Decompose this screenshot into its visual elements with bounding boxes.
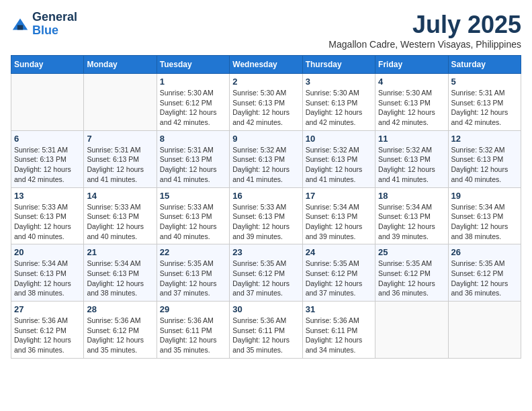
day-number: 25	[378, 247, 445, 257]
logo-text: General Blue	[32, 11, 77, 38]
calendar-cell: 8Sunrise: 5:31 AM Sunset: 6:13 PM Daylig…	[157, 130, 229, 187]
day-number: 14	[87, 191, 153, 201]
day-number: 9	[232, 134, 299, 144]
day-number: 16	[232, 191, 299, 201]
day-info: Sunrise: 5:36 AM Sunset: 6:11 PM Dayligh…	[232, 316, 299, 355]
day-number: 30	[232, 304, 299, 314]
day-info: Sunrise: 5:32 AM Sunset: 6:13 PM Dayligh…	[378, 145, 445, 185]
day-number: 28	[87, 304, 153, 314]
day-number: 19	[451, 191, 518, 201]
day-number: 11	[378, 134, 445, 144]
calendar-cell: 27Sunrise: 5:36 AM Sunset: 6:12 PM Dayli…	[11, 302, 84, 359]
calendar-cell: 31Sunrise: 5:36 AM Sunset: 6:11 PM Dayli…	[302, 302, 375, 359]
calendar-cell: 23Sunrise: 5:35 AM Sunset: 6:12 PM Dayli…	[230, 244, 302, 302]
calendar-cell: 2Sunrise: 5:30 AM Sunset: 6:13 PM Daylig…	[230, 74, 302, 131]
calendar-cell: 6Sunrise: 5:31 AM Sunset: 6:13 PM Daylig…	[11, 130, 84, 187]
calendar-cell: 13Sunrise: 5:33 AM Sunset: 6:13 PM Dayli…	[11, 187, 84, 244]
calendar-cell: 14Sunrise: 5:33 AM Sunset: 6:13 PM Dayli…	[84, 187, 157, 244]
day-info: Sunrise: 5:34 AM Sunset: 6:13 PM Dayligh…	[14, 259, 81, 298]
day-number: 22	[160, 247, 226, 257]
day-info: Sunrise: 5:33 AM Sunset: 6:13 PM Dayligh…	[87, 202, 153, 242]
day-info: Sunrise: 5:34 AM Sunset: 6:13 PM Dayligh…	[378, 202, 445, 242]
calendar-week-2: 6Sunrise: 5:31 AM Sunset: 6:13 PM Daylig…	[11, 130, 521, 187]
day-number: 21	[87, 247, 153, 257]
weekday-header-saturday: Saturday	[448, 56, 521, 74]
day-number: 7	[87, 134, 153, 144]
calendar-cell: 21Sunrise: 5:34 AM Sunset: 6:13 PM Dayli…	[84, 244, 157, 302]
calendar-week-1: 1Sunrise: 5:30 AM Sunset: 6:12 PM Daylig…	[11, 74, 521, 131]
calendar-cell: 30Sunrise: 5:36 AM Sunset: 6:11 PM Dayli…	[230, 302, 302, 359]
weekday-header-friday: Friday	[375, 56, 448, 74]
calendar-cell: 24Sunrise: 5:35 AM Sunset: 6:12 PM Dayli…	[302, 244, 375, 302]
calendar-cell: 15Sunrise: 5:33 AM Sunset: 6:13 PM Dayli…	[157, 187, 229, 244]
day-info: Sunrise: 5:35 AM Sunset: 6:12 PM Dayligh…	[232, 259, 299, 298]
day-number: 17	[306, 191, 372, 201]
day-info: Sunrise: 5:35 AM Sunset: 6:13 PM Dayligh…	[160, 259, 226, 298]
day-number: 3	[306, 77, 372, 87]
day-info: Sunrise: 5:34 AM Sunset: 6:13 PM Dayligh…	[87, 259, 153, 298]
page-header: General Blue July 2025 Magallon Cadre, W…	[11, 11, 521, 50]
calendar-cell	[448, 302, 521, 359]
day-info: Sunrise: 5:31 AM Sunset: 6:13 PM Dayligh…	[160, 145, 226, 185]
day-info: Sunrise: 5:36 AM Sunset: 6:11 PM Dayligh…	[306, 316, 372, 355]
logo-icon	[11, 15, 30, 34]
day-info: Sunrise: 5:35 AM Sunset: 6:12 PM Dayligh…	[306, 259, 372, 298]
day-number: 31	[306, 304, 372, 314]
location: Magallon Cadre, Western Visayas, Philipp…	[328, 39, 521, 50]
day-number: 23	[232, 247, 299, 257]
day-info: Sunrise: 5:33 AM Sunset: 6:13 PM Dayligh…	[14, 202, 81, 242]
day-info: Sunrise: 5:30 AM Sunset: 6:13 PM Dayligh…	[378, 88, 445, 128]
weekday-header-thursday: Thursday	[302, 56, 375, 74]
day-number: 4	[378, 77, 445, 87]
calendar-cell: 22Sunrise: 5:35 AM Sunset: 6:13 PM Dayli…	[157, 244, 229, 302]
day-number: 10	[306, 134, 372, 144]
logo-line2: Blue	[32, 24, 58, 37]
day-number: 18	[378, 191, 445, 201]
day-number: 15	[160, 191, 226, 201]
calendar-cell: 12Sunrise: 5:32 AM Sunset: 6:13 PM Dayli…	[448, 130, 521, 187]
day-number: 8	[160, 134, 226, 144]
weekday-header-wednesday: Wednesday	[230, 56, 302, 74]
day-info: Sunrise: 5:36 AM Sunset: 6:11 PM Dayligh…	[160, 316, 226, 355]
day-number: 2	[232, 77, 299, 87]
calendar-cell: 1Sunrise: 5:30 AM Sunset: 6:12 PM Daylig…	[157, 74, 229, 131]
day-number: 27	[14, 304, 81, 314]
calendar-cell	[11, 74, 84, 131]
calendar-week-5: 27Sunrise: 5:36 AM Sunset: 6:12 PM Dayli…	[11, 302, 521, 359]
calendar-cell: 17Sunrise: 5:34 AM Sunset: 6:13 PM Dayli…	[302, 187, 375, 244]
day-info: Sunrise: 5:32 AM Sunset: 6:13 PM Dayligh…	[232, 145, 299, 185]
day-info: Sunrise: 5:36 AM Sunset: 6:12 PM Dayligh…	[87, 316, 153, 355]
calendar-cell: 5Sunrise: 5:31 AM Sunset: 6:13 PM Daylig…	[448, 74, 521, 131]
calendar-cell: 16Sunrise: 5:33 AM Sunset: 6:13 PM Dayli…	[230, 187, 302, 244]
day-info: Sunrise: 5:34 AM Sunset: 6:13 PM Dayligh…	[451, 202, 518, 242]
day-info: Sunrise: 5:34 AM Sunset: 6:13 PM Dayligh…	[306, 202, 372, 242]
day-info: Sunrise: 5:32 AM Sunset: 6:13 PM Dayligh…	[306, 145, 372, 185]
day-info: Sunrise: 5:35 AM Sunset: 6:12 PM Dayligh…	[451, 259, 518, 298]
calendar-cell	[375, 302, 448, 359]
calendar-cell: 19Sunrise: 5:34 AM Sunset: 6:13 PM Dayli…	[448, 187, 521, 244]
day-number: 24	[306, 247, 372, 257]
day-number: 5	[451, 77, 518, 87]
calendar-cell: 11Sunrise: 5:32 AM Sunset: 6:13 PM Dayli…	[375, 130, 448, 187]
calendar-week-3: 13Sunrise: 5:33 AM Sunset: 6:13 PM Dayli…	[11, 187, 521, 244]
calendar-cell: 18Sunrise: 5:34 AM Sunset: 6:13 PM Dayli…	[375, 187, 448, 244]
day-number: 20	[14, 247, 81, 257]
svg-rect-2	[17, 25, 23, 30]
day-number: 6	[14, 134, 81, 144]
calendar-cell: 26Sunrise: 5:35 AM Sunset: 6:12 PM Dayli…	[448, 244, 521, 302]
day-info: Sunrise: 5:33 AM Sunset: 6:13 PM Dayligh…	[160, 202, 226, 242]
calendar-cell	[84, 74, 157, 131]
calendar-cell: 10Sunrise: 5:32 AM Sunset: 6:13 PM Dayli…	[302, 130, 375, 187]
day-info: Sunrise: 5:30 AM Sunset: 6:13 PM Dayligh…	[306, 88, 372, 128]
logo-line1: General	[32, 10, 77, 24]
day-info: Sunrise: 5:30 AM Sunset: 6:12 PM Dayligh…	[160, 88, 226, 128]
day-number: 29	[160, 304, 226, 314]
day-info: Sunrise: 5:36 AM Sunset: 6:12 PM Dayligh…	[14, 316, 81, 355]
calendar-cell: 29Sunrise: 5:36 AM Sunset: 6:11 PM Dayli…	[157, 302, 229, 359]
calendar-cell: 4Sunrise: 5:30 AM Sunset: 6:13 PM Daylig…	[375, 74, 448, 131]
weekday-header-monday: Monday	[84, 56, 157, 74]
day-number: 12	[451, 134, 518, 144]
day-number: 13	[14, 191, 81, 201]
day-info: Sunrise: 5:31 AM Sunset: 6:13 PM Dayligh…	[451, 88, 518, 128]
calendar-cell: 20Sunrise: 5:34 AM Sunset: 6:13 PM Dayli…	[11, 244, 84, 302]
